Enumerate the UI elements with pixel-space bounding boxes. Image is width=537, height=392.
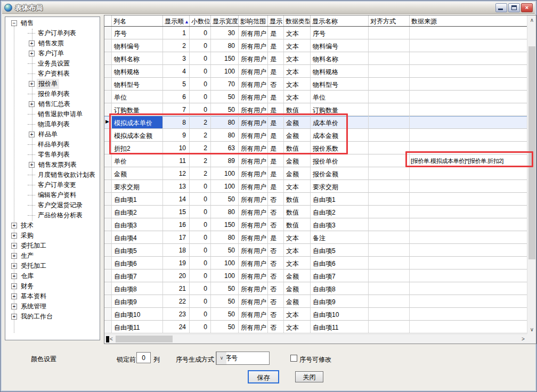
grid-cell[interactable]: 50 xyxy=(211,321,239,333)
grid-row[interactable]: 物料编号2080所有用户是文本物料编号 xyxy=(104,39,536,52)
grid-cell[interactable]: 否 xyxy=(268,218,284,231)
grid-cell[interactable]: 所有用户 xyxy=(239,206,268,218)
tree-item[interactable]: 产品价格分析表 xyxy=(5,210,100,220)
grid-cell[interactable]: 70 xyxy=(211,78,239,91)
tree-item[interactable]: +受托加工 xyxy=(5,261,100,271)
expand-icon[interactable]: + xyxy=(29,40,35,46)
grid-cell[interactable]: 订购数量 xyxy=(112,103,163,116)
expand-icon[interactable]: + xyxy=(11,233,17,239)
grid-cell[interactable]: 0 xyxy=(190,78,211,91)
grid-cell[interactable]: 自由项6 xyxy=(112,257,163,270)
tree-item[interactable]: 编辑客户资料 xyxy=(5,190,100,200)
tree-item[interactable]: 样品单列表 xyxy=(5,140,100,150)
tree-item-label[interactable]: 我的工作台 xyxy=(19,312,54,322)
grid-cell[interactable]: 文本 xyxy=(284,78,311,91)
tree-item-label[interactable]: 物流单列表 xyxy=(36,119,71,129)
grid-row[interactable]: 订购数量7050所有用户是数值订购数量 xyxy=(104,103,536,116)
grid-cell[interactable] xyxy=(369,154,410,167)
grid-row[interactable]: 自由项114050所有用户否数值自由项1 xyxy=(104,193,536,206)
tree-item[interactable]: −销售 xyxy=(5,18,100,28)
grid-cell[interactable] xyxy=(410,282,536,295)
row-header-cell[interactable] xyxy=(104,103,112,116)
row-header-cell[interactable] xyxy=(104,321,112,333)
expand-icon[interactable]: + xyxy=(29,101,35,107)
tree-item[interactable]: 业务员设置 xyxy=(5,59,100,69)
grid-cell[interactable]: 所有用户 xyxy=(239,91,268,103)
grid-cell[interactable] xyxy=(410,78,536,91)
grid-cell[interactable]: 30 xyxy=(211,27,239,39)
grid-cell[interactable]: 物料名称 xyxy=(112,52,163,65)
scroll-up-icon[interactable]: ∧ xyxy=(527,17,536,23)
grid-cell[interactable] xyxy=(410,103,536,116)
row-header-cell[interactable] xyxy=(104,206,112,218)
column-header[interactable]: 列名 xyxy=(112,15,163,26)
expand-icon[interactable]: + xyxy=(11,263,17,269)
grid-cell[interactable]: 否 xyxy=(268,295,284,308)
grid-cell[interactable]: 金额 xyxy=(284,270,311,282)
tree-item-label[interactable]: 技术 xyxy=(19,220,35,231)
grid-cell[interactable]: 80 xyxy=(211,116,239,129)
grid-cell[interactable]: 17 xyxy=(163,231,190,244)
row-header-cell[interactable] xyxy=(104,142,112,154)
grid-cell[interactable]: 63 xyxy=(211,142,239,154)
grid-cell[interactable]: 15 xyxy=(163,206,190,218)
grid-cell[interactable] xyxy=(410,129,536,142)
grid-cell[interactable]: 16 xyxy=(163,218,190,231)
grid-cell[interactable]: 80 xyxy=(211,206,239,218)
row-header-cell[interactable] xyxy=(104,244,112,257)
grid-cell[interactable] xyxy=(369,103,410,116)
tree-item-label[interactable]: 零售单列表 xyxy=(36,150,71,160)
grid-cell[interactable]: 文本 xyxy=(284,27,311,39)
grid-cell[interactable]: 2 xyxy=(190,154,211,167)
grid-cell[interactable]: 文本 xyxy=(284,231,311,244)
grid-cell[interactable]: 序号 xyxy=(112,27,163,39)
grid-cell[interactable]: 模拟成本单价 xyxy=(112,116,163,129)
grid-cell[interactable]: 自由项8 xyxy=(112,282,163,295)
tree-item[interactable]: +基本资料 xyxy=(5,291,100,301)
grid-cell[interactable]: 所有用户 xyxy=(239,244,268,257)
grid-cell[interactable]: 金额 xyxy=(112,167,163,180)
grid-cell[interactable] xyxy=(410,218,536,231)
expand-icon[interactable]: + xyxy=(11,223,17,228)
grid-cell[interactable]: 金额 xyxy=(284,282,311,295)
grid-cell[interactable]: 0 xyxy=(190,321,211,333)
chevron-down-icon[interactable]: ∨ xyxy=(216,352,226,364)
grid-cell[interactable]: 50 xyxy=(211,91,239,103)
grid-cell[interactable]: 成本单价 xyxy=(311,116,369,129)
expand-icon[interactable]: + xyxy=(29,51,35,56)
tree-item[interactable]: 月度销售收款计划表 xyxy=(5,170,100,180)
grid-cell[interactable]: 文本 xyxy=(284,180,311,193)
horizontal-scrollbar[interactable]: < > xyxy=(104,334,527,344)
grid-cell[interactable] xyxy=(410,52,536,65)
grid-cell[interactable]: 所有用户 xyxy=(239,193,268,206)
grid-cell[interactable]: 自由项5 xyxy=(112,244,163,257)
grid-cell[interactable]: 自由项11 xyxy=(311,321,369,333)
grid-cell[interactable]: 2 xyxy=(163,39,190,52)
grid-cell[interactable]: 是 xyxy=(268,103,284,116)
grid-cell[interactable] xyxy=(369,65,410,78)
grid-cell[interactable] xyxy=(410,27,536,39)
tree-item-label[interactable]: 生产 xyxy=(19,251,35,261)
grid-cell[interactable]: 2 xyxy=(190,129,211,142)
grid-cell[interactable] xyxy=(369,91,410,103)
grid-cell[interactable] xyxy=(369,39,410,52)
grid-cell[interactable]: 50 xyxy=(211,282,239,295)
grid-cell[interactable]: 18 xyxy=(163,244,190,257)
tree-item[interactable]: +销售汇总表 xyxy=(5,99,100,109)
data-source-formula-cell[interactable]: [报价单.模拟成本单价]*[报价单.折扣2] xyxy=(410,154,536,167)
grid-cell[interactable]: 所有用户 xyxy=(239,180,268,193)
grid-cell[interactable]: 24 xyxy=(163,321,190,333)
grid-cell[interactable]: 否 xyxy=(268,308,284,321)
grid-cell[interactable]: 0 xyxy=(190,257,211,270)
grid-cell[interactable]: 自由项4 xyxy=(112,231,163,244)
column-header[interactable]: 显示名称 xyxy=(311,15,369,26)
grid-cell[interactable]: 自由项2 xyxy=(112,206,163,218)
grid-cell[interactable]: 是 xyxy=(268,154,284,167)
tree-item-label[interactable]: 销售汇总表 xyxy=(37,99,72,109)
grid-cell[interactable]: 文本 xyxy=(284,52,311,65)
grid-cell[interactable] xyxy=(369,193,410,206)
grid-cell[interactable]: 自由项3 xyxy=(112,218,163,231)
grid-cell[interactable]: 2 xyxy=(190,116,211,129)
close-dialog-button[interactable]: 关闭 xyxy=(295,371,323,382)
grid-row[interactable]: 单位6050所有用户是文本单位 xyxy=(104,91,536,103)
